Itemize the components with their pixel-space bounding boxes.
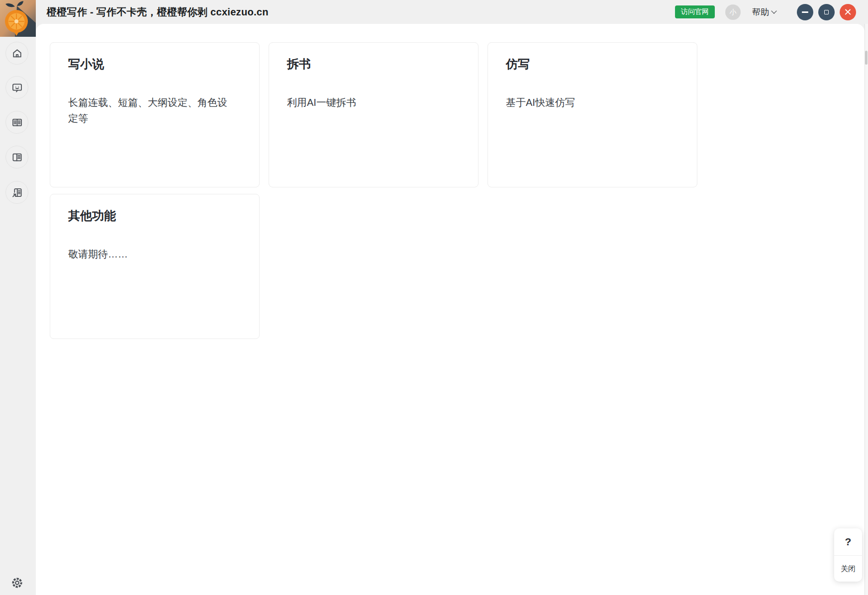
feature-card-other-features[interactable]: 其他功能 敬请期待…… <box>50 194 260 339</box>
user-avatar[interactable]: 小 <box>725 4 741 20</box>
help-question-button[interactable]: ? <box>834 528 862 556</box>
sidebar-item-feedback[interactable] <box>5 76 28 99</box>
scrollbar-thumb[interactable] <box>865 51 868 65</box>
card-title: 其他功能 <box>68 207 241 224</box>
settings-gear-icon <box>10 576 24 590</box>
maximize-button[interactable] <box>818 4 835 20</box>
maximize-icon <box>824 10 829 14</box>
sidebar <box>0 0 36 595</box>
sidebar-item-books[interactable] <box>5 111 28 134</box>
sidebar-item-home[interactable] <box>5 42 28 65</box>
sidebar-item-reader[interactable] <box>5 146 28 169</box>
card-title: 拆书 <box>287 56 460 73</box>
help-menu[interactable]: 帮助 <box>752 0 776 24</box>
reading-panel-icon <box>11 151 23 164</box>
home-icon <box>11 47 23 60</box>
card-description: 长篇连载、短篇、大纲设定、角色设定等 <box>68 94 232 126</box>
export-panel-icon <box>11 186 23 199</box>
main-content: 写小说 长篇连载、短篇、大纲设定、角色设定等 拆书 利用AI一键拆书 仿写 基于… <box>36 24 865 595</box>
visit-official-site-button[interactable]: 访问官网 <box>675 5 715 18</box>
sidebar-item-export[interactable] <box>5 181 28 204</box>
card-description: 基于AI快速仿写 <box>506 94 670 110</box>
chevron-down-icon <box>771 8 776 13</box>
close-window-button[interactable] <box>840 4 856 20</box>
title-bar: 橙橙写作 - 写作不卡壳，橙橙帮你剥 ccxiezuo.cn 访问官网 小 帮助 <box>36 0 868 24</box>
minimize-icon <box>802 11 808 13</box>
window-title: 橙橙写作 - 写作不卡壳，橙橙帮你剥 ccxiezuo.cn <box>47 0 269 24</box>
feature-card-deconstruct-book[interactable]: 拆书 利用AI一键拆书 <box>269 42 479 187</box>
close-icon <box>844 8 852 16</box>
feature-card-imitate-writing[interactable]: 仿写 基于AI快速仿写 <box>487 42 697 187</box>
minimize-button[interactable] <box>797 4 813 20</box>
card-title: 仿写 <box>506 56 679 73</box>
scrollbar-track <box>865 24 868 595</box>
chat-feedback-icon <box>11 82 23 94</box>
card-title: 写小说 <box>68 56 241 73</box>
feature-card-grid: 写小说 长篇连载、短篇、大纲设定、角色设定等 拆书 利用AI一键拆书 仿写 基于… <box>50 42 697 339</box>
sidebar-item-settings[interactable] <box>5 571 28 594</box>
app-logo-orange <box>0 0 36 37</box>
feature-card-write-novel[interactable]: 写小说 长篇连载、短篇、大纲设定、角色设定等 <box>50 42 260 187</box>
app-window: 橙橙写作 - 写作不卡壳，橙橙帮你剥 ccxiezuo.cn 访问官网 小 帮助… <box>0 0 868 595</box>
help-floating-widget: ? 关闭 <box>834 528 862 582</box>
help-close-button[interactable]: 关闭 <box>834 556 862 582</box>
card-description: 敬请期待…… <box>68 246 232 262</box>
card-description: 利用AI一键拆书 <box>287 94 451 110</box>
open-book-icon <box>11 116 23 129</box>
help-label: 帮助 <box>752 6 769 18</box>
